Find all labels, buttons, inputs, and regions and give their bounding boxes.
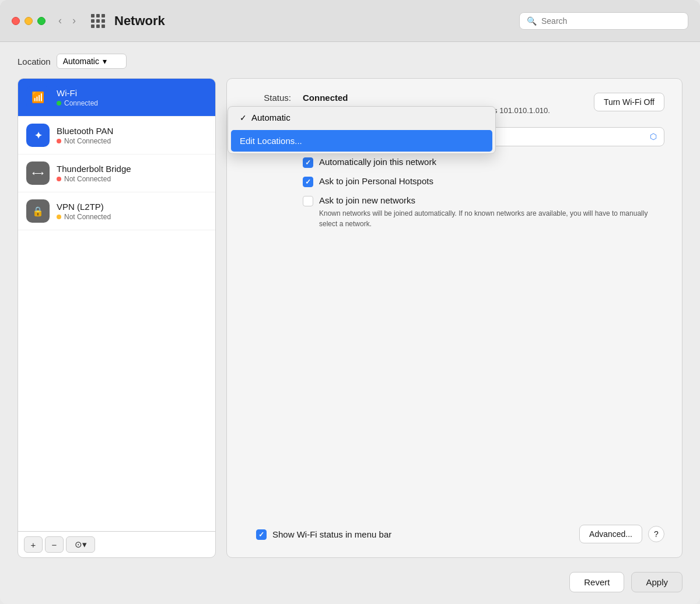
sidebar-item-thunderbolt[interactable]: ⟷ Thunderbolt Bridge Not Connected (18, 154, 215, 192)
bt-status-dot (57, 139, 61, 143)
show-wifi-label: Show Wi-Fi status in menu bar (272, 529, 391, 539)
wifi-status-text: Connected (64, 99, 98, 107)
ask-hotspots-checkbox[interactable] (303, 177, 313, 187)
window-bottom-bar: Revert Apply (0, 564, 700, 604)
nav-buttons: ‹ › (55, 12, 79, 29)
sidebar: 📶 Wi-Fi Connected ✦ (18, 78, 216, 558)
search-input[interactable] (541, 16, 681, 26)
revert-button[interactable]: Revert (569, 572, 624, 592)
ask-new-networks-row: Ask to join new networks (303, 195, 664, 206)
turn-wifi-off-button[interactable]: Turn Wi-Fi Off (594, 93, 664, 111)
location-label: Location (18, 57, 51, 66)
add-network-button[interactable]: + (24, 536, 43, 553)
checkboxes-section: Automatically join this network Ask to j… (244, 157, 664, 229)
ask-hotspots-label: Ask to join Personal Hotspots (319, 176, 433, 186)
sidebar-list: 📶 Wi-Fi Connected ✦ (18, 79, 215, 531)
sidebar-bt-name: Bluetooth PAN (57, 126, 113, 136)
main-window: ‹ › Network 🔍 Location Automatic ▾ (0, 0, 700, 604)
vpn-status-dot (57, 215, 61, 219)
status-label: Status: (244, 93, 291, 103)
dropdown-item-automatic[interactable]: ✓ Automatic (228, 107, 495, 128)
dropdown-edit-label: Edit Locations... (240, 136, 302, 146)
tb-status-text: Not Connected (64, 175, 111, 183)
auto-join-label: Automatically join this network (319, 157, 436, 167)
sidebar-footer: + − ⊙ ▾ (18, 531, 215, 557)
close-button[interactable] (12, 17, 20, 25)
grid-view-button[interactable] (89, 12, 107, 30)
thunderbolt-icon: ⟷ (26, 161, 50, 185)
wifi-icon: 📶 (26, 86, 50, 109)
ask-new-networks-label: Ask to join new networks (319, 195, 415, 205)
sidebar-tb-name: Thunderbolt Bridge (57, 164, 131, 174)
dropdown-item-edit-locations[interactable]: Edit Locations... (231, 130, 492, 152)
dropdown-automatic-label: Automatic (251, 113, 290, 122)
action-icon: ⊙ (75, 539, 82, 550)
action-button[interactable]: ⊙ ▾ (66, 536, 95, 553)
wifi-status-dot (57, 101, 61, 106)
remove-network-button[interactable]: − (45, 536, 64, 553)
help-button[interactable]: ? (648, 526, 664, 542)
show-wifi-checkbox[interactable] (256, 529, 267, 540)
location-value: Automatic (63, 57, 99, 66)
page-title: Network (114, 13, 165, 29)
sidebar-item-wifi[interactable]: 📶 Wi-Fi Connected (18, 79, 215, 117)
content-area: Location Automatic ▾ ✓ Automatic Edit Lo… (0, 42, 700, 564)
tb-status-dot (57, 177, 61, 181)
forward-button[interactable]: › (69, 12, 79, 29)
location-bar: Location Automatic ▾ (18, 54, 682, 69)
minimize-button[interactable] (24, 17, 33, 25)
titlebar: ‹ › Network 🔍 (0, 0, 700, 42)
vpn-icon: 🔒 (26, 199, 50, 223)
location-dropdown[interactable]: Automatic ▾ (57, 54, 127, 69)
sidebar-item-vpn[interactable]: 🔒 VPN (L2TP) Not Connected (18, 192, 215, 230)
ask-new-networks-sublabel: Known networks will be joined automatica… (319, 208, 664, 229)
ask-new-networks-group: Ask to join new networks Known networks … (303, 195, 664, 229)
bottom-row: Show Wi-Fi status in menu bar Advanced..… (244, 525, 664, 543)
dropdown-arrow-icon: ▾ (103, 57, 107, 66)
vpn-status-text: Not Connected (64, 213, 111, 221)
auto-join-row: Automatically join this network (303, 157, 664, 168)
ask-new-networks-checkbox[interactable] (303, 196, 313, 206)
bottom-actions: Advanced... ? (579, 525, 664, 543)
sidebar-item-bluetooth[interactable]: ✦ Bluetooth PAN Not Connected (18, 117, 215, 154)
status-value: Connected (303, 93, 582, 103)
action-arrow-icon: ▾ (82, 539, 87, 550)
ask-hotspots-row: Ask to join Personal Hotspots (303, 176, 664, 187)
bluetooth-icon: ✦ (26, 124, 50, 147)
search-icon: 🔍 (527, 16, 537, 26)
maximize-button[interactable] (37, 17, 46, 25)
show-wifi-row: Show Wi-Fi status in menu bar (256, 529, 572, 540)
select-arrows-icon: ⬡ (650, 132, 657, 141)
back-button[interactable]: ‹ (55, 12, 65, 29)
traffic-lights (12, 17, 46, 25)
sidebar-vpn-name: VPN (L2TP) (57, 202, 111, 212)
auto-join-checkbox[interactable] (303, 157, 313, 168)
apply-button[interactable]: Apply (631, 572, 682, 592)
grid-icon (91, 14, 105, 28)
checkmark-icon: ✓ (240, 113, 247, 122)
location-dropdown-menu: ✓ Automatic Edit Locations... (228, 106, 496, 154)
bt-status-text: Not Connected (64, 137, 111, 145)
advanced-button[interactable]: Advanced... (579, 525, 642, 543)
sidebar-wifi-name: Wi-Fi (57, 88, 98, 98)
search-box: 🔍 (519, 12, 688, 30)
